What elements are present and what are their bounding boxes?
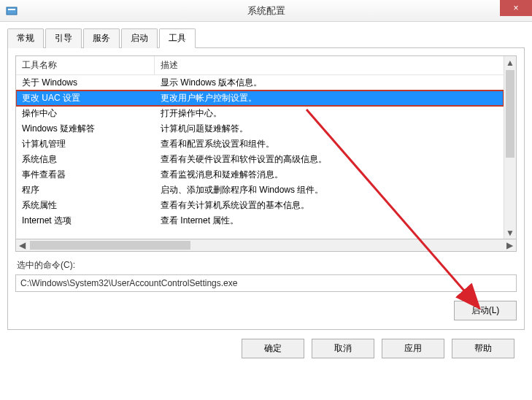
chevron-left-icon: ◀ bbox=[19, 240, 26, 250]
svg-rect-0 bbox=[7, 7, 17, 15]
list-item-name: 事件查看器 bbox=[16, 167, 155, 182]
tab-label: 启动 bbox=[131, 33, 148, 43]
button-label: 帮助 bbox=[474, 343, 492, 353]
scroll-thumb[interactable] bbox=[30, 241, 190, 250]
tab-services[interactable]: 服务 bbox=[83, 28, 120, 48]
list-item[interactable]: 计算机管理查看和配置系统设置和组件。 bbox=[16, 136, 504, 152]
list-item-desc: 查看有关计算机系统设置的基本信息。 bbox=[155, 198, 504, 213]
scroll-track[interactable] bbox=[28, 239, 504, 251]
list-item-desc: 查看和配置系统设置和组件。 bbox=[155, 136, 504, 152]
list-item-name: 系统属性 bbox=[16, 198, 155, 213]
chevron-down-icon: ▼ bbox=[506, 228, 514, 238]
tab-label: 工具 bbox=[169, 33, 186, 43]
list-item[interactable]: Internet 选项查看 Internet 属性。 bbox=[16, 213, 504, 228]
scroll-up-button[interactable]: ▲ bbox=[504, 56, 516, 69]
list-item-desc: 计算机问题疑难解答。 bbox=[155, 121, 504, 136]
list-item-name: 系统信息 bbox=[16, 152, 155, 167]
help-button[interactable]: 帮助 bbox=[452, 339, 514, 358]
list-item[interactable]: 更改 UAC 设置更改用户帐户控制设置。 bbox=[16, 91, 504, 106]
title-bar: 系统配置 × bbox=[0, 0, 532, 22]
list-item[interactable]: 系统信息查看有关硬件设置和软件设置的高级信息。 bbox=[16, 152, 504, 167]
dialog-button-row: 确定 取消 应用 帮助 bbox=[7, 330, 525, 358]
ok-button[interactable]: 确定 bbox=[242, 339, 304, 358]
horizontal-scrollbar[interactable]: ◀ ▶ bbox=[15, 239, 517, 252]
tab-label: 服务 bbox=[93, 33, 110, 43]
selected-command-label: 选中的命令(C): bbox=[17, 259, 515, 272]
column-header-name[interactable]: 工具名称 bbox=[16, 56, 155, 74]
list-item-name: Internet 选项 bbox=[16, 213, 155, 228]
vertical-scrollbar[interactable]: ▲ ▼ bbox=[504, 56, 516, 239]
cancel-button[interactable]: 取消 bbox=[312, 339, 374, 358]
close-icon: × bbox=[513, 3, 518, 13]
list-item[interactable]: 事件查看器查看监视消息和疑难解答消息。 bbox=[16, 167, 504, 182]
app-icon bbox=[6, 5, 18, 17]
column-header-desc[interactable]: 描述 bbox=[155, 56, 504, 74]
list-item[interactable]: 系统属性查看有关计算机系统设置的基本信息。 bbox=[16, 198, 504, 213]
button-label: 确定 bbox=[264, 343, 282, 353]
tab-tools[interactable]: 工具 bbox=[159, 28, 196, 48]
tab-startup[interactable]: 启动 bbox=[121, 28, 158, 48]
list-item-desc: 显示 Windows 版本信息。 bbox=[155, 75, 504, 91]
list-item[interactable]: 操作中心打开操作中心。 bbox=[16, 106, 504, 121]
tab-panel-tools: 工具名称 描述 关于 Windows显示 Windows 版本信息。更改 UAC… bbox=[7, 48, 525, 330]
list-item[interactable]: Windows 疑难解答计算机问题疑难解答。 bbox=[16, 121, 504, 136]
scroll-down-button[interactable]: ▼ bbox=[504, 226, 516, 239]
list-item-name: Windows 疑难解答 bbox=[16, 121, 155, 136]
scroll-thumb[interactable] bbox=[506, 70, 514, 158]
list-item[interactable]: 程序启动、添加或删除程序和 Windows 组件。 bbox=[16, 182, 504, 198]
list-item-desc: 打开操作中心。 bbox=[155, 106, 504, 121]
tab-label: 引导 bbox=[55, 33, 72, 43]
list-item-desc: 查看有关硬件设置和软件设置的高级信息。 bbox=[155, 152, 504, 167]
launch-button[interactable]: 启动(L) bbox=[454, 301, 517, 320]
list-header: 工具名称 描述 bbox=[16, 56, 504, 75]
chevron-right-icon: ▶ bbox=[506, 240, 513, 250]
list-item-desc: 更改用户帐户控制设置。 bbox=[155, 91, 504, 106]
list-item-desc: 查看 Internet 属性。 bbox=[155, 213, 504, 228]
chevron-up-icon: ▲ bbox=[506, 58, 514, 68]
selected-command-input[interactable] bbox=[15, 274, 517, 292]
scroll-right-button[interactable]: ▶ bbox=[504, 239, 516, 251]
tab-label: 常规 bbox=[17, 33, 34, 43]
tab-boot[interactable]: 引导 bbox=[45, 28, 82, 48]
list-item-desc: 查看监视消息和疑难解答消息。 bbox=[155, 167, 504, 182]
apply-button[interactable]: 应用 bbox=[382, 339, 444, 358]
close-button[interactable]: × bbox=[500, 0, 532, 16]
list-item-name: 更改 UAC 设置 bbox=[16, 91, 155, 106]
button-label: 启动(L) bbox=[471, 305, 500, 315]
list-item-name: 关于 Windows bbox=[16, 75, 155, 91]
window-title: 系统配置 bbox=[247, 4, 285, 18]
button-label: 应用 bbox=[404, 343, 422, 353]
list-item-name: 程序 bbox=[16, 182, 155, 198]
scroll-track[interactable] bbox=[504, 69, 516, 226]
button-label: 取消 bbox=[334, 343, 352, 353]
tab-general[interactable]: 常规 bbox=[7, 28, 44, 48]
list-item-name: 计算机管理 bbox=[16, 136, 155, 152]
svg-rect-1 bbox=[8, 9, 15, 10]
scroll-left-button[interactable]: ◀ bbox=[16, 239, 28, 251]
list-item-name: 操作中心 bbox=[16, 106, 155, 121]
tools-listview[interactable]: 工具名称 描述 关于 Windows显示 Windows 版本信息。更改 UAC… bbox=[15, 55, 517, 239]
tab-strip: 常规 引导 服务 启动 工具 bbox=[7, 28, 525, 48]
list-item[interactable]: 关于 Windows显示 Windows 版本信息。 bbox=[16, 75, 504, 91]
list-item-desc: 启动、添加或删除程序和 Windows 组件。 bbox=[155, 182, 504, 198]
